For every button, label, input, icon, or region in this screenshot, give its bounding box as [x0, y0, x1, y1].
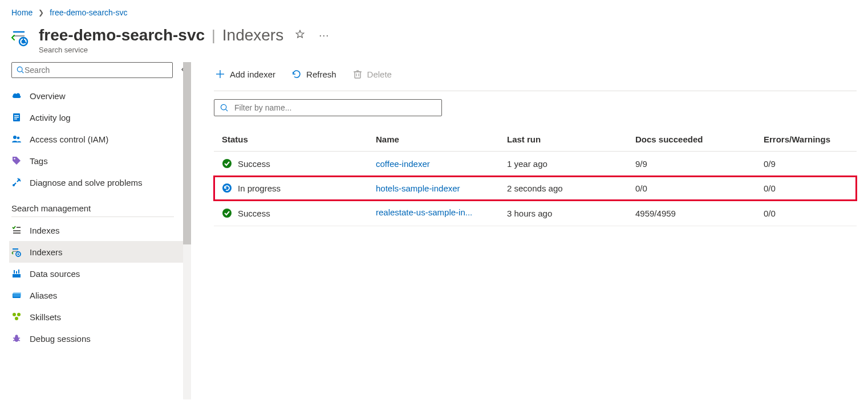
sidebar-item-overview[interactable]: Overview	[9, 85, 191, 107]
svg-marker-4	[296, 30, 304, 38]
breadcrumb-home[interactable]: Home	[11, 8, 33, 17]
in-progress-icon	[222, 183, 232, 193]
sidebar-item-label: Debug sessions	[30, 334, 91, 344]
svg-line-6	[22, 71, 23, 73]
sidebar-item-skillsets[interactable]: Skillsets	[9, 306, 191, 328]
sidebar-scrollbar[interactable]	[183, 62, 191, 399]
svg-point-48	[222, 209, 232, 218]
toolbar-label: Add indexer	[230, 70, 275, 79]
search-service-icon	[11, 28, 31, 48]
svg-point-11	[13, 136, 17, 139]
list-check-icon	[11, 225, 22, 235]
cloud-icon	[11, 91, 22, 101]
indexer-link[interactable]: hotels-sample-indexer	[376, 183, 460, 193]
last-run-text: 3 hours ago	[507, 209, 635, 218]
sidebar-item-label: Diagnose and solve problems	[30, 178, 143, 187]
sidebar: Overview Activity log Access control (IA…	[0, 62, 191, 399]
sidebar-item-label: Data sources	[30, 269, 80, 279]
main-content: Add indexer Refresh Delete Status Name	[191, 62, 868, 399]
sidebar-item-indexers[interactable]: Indexers	[9, 241, 191, 263]
sidebar-item-activity-log[interactable]: Activity log	[9, 107, 191, 128]
status-text: Success	[238, 159, 270, 169]
filter-box[interactable]	[214, 99, 442, 116]
sidebar-item-data-sources[interactable]: Data sources	[9, 263, 191, 284]
status-text: In progress	[238, 183, 281, 193]
sidebar-item-label: Activity log	[30, 113, 71, 123]
svg-line-34	[18, 338, 20, 338]
sidebar-section-title: Search management	[11, 193, 174, 217]
table-row[interactable]: Success coffee-indexer 1 year ago 9/9 0/…	[214, 152, 857, 176]
svg-point-44	[221, 104, 226, 109]
last-run-text: 1 year ago	[507, 159, 635, 169]
column-header-status[interactable]: Status	[222, 134, 376, 144]
docs-text: 9/9	[635, 159, 764, 169]
sidebar-nav: Overview Activity log Access control (IA…	[11, 85, 191, 193]
search-icon	[17, 66, 25, 74]
indexer-link[interactable]: realestate-us-sample-in...	[376, 207, 472, 217]
sidebar-search[interactable]	[11, 62, 173, 78]
sidebar-item-indexes[interactable]: Indexes	[9, 219, 191, 241]
svg-rect-23	[14, 270, 15, 274]
sidebar-item-debug-sessions[interactable]: Debug sessions	[9, 328, 191, 349]
indexer-icon	[11, 247, 22, 257]
more-button[interactable]: ···	[317, 30, 331, 40]
toolbar: Add indexer Refresh Delete	[214, 62, 857, 91]
success-icon	[222, 158, 232, 169]
filter-input[interactable]	[234, 103, 436, 112]
page-header: free-demo-search-svc | Indexers ··· Sear…	[0, 23, 868, 62]
errors-text: 0/9	[764, 159, 849, 169]
svg-line-35	[13, 340, 15, 341]
sidebar-item-label: Access control (IAM)	[30, 134, 108, 144]
errors-text: 0/0	[764, 209, 849, 218]
svg-point-5	[17, 67, 22, 72]
svg-point-28	[13, 313, 16, 316]
add-indexer-button[interactable]: Add indexer	[214, 67, 277, 81]
toolbar-label: Delete	[367, 70, 392, 79]
last-run-text: 2 seconds ago	[507, 183, 635, 193]
column-header-docs[interactable]: Docs succeeded	[635, 134, 764, 144]
indexer-link[interactable]: coffee-indexer	[376, 159, 430, 169]
sidebar-item-diagnose[interactable]: Diagnose and solve problems	[9, 172, 191, 193]
svg-rect-39	[355, 72, 360, 78]
table-row[interactable]: In progress hotels-sample-indexer 2 seco…	[214, 176, 857, 201]
search-icon	[220, 104, 229, 112]
skillset-icon	[11, 312, 22, 322]
svg-point-21	[18, 254, 19, 255]
page-title: free-demo-search-svc	[39, 26, 205, 44]
column-header-name[interactable]: Name	[376, 134, 507, 144]
svg-rect-10	[14, 119, 17, 120]
page-section: Indexers	[222, 26, 283, 44]
sidebar-item-tags[interactable]: Tags	[9, 150, 191, 172]
svg-point-14	[13, 184, 15, 186]
docs-text: 0/0	[635, 183, 764, 193]
svg-point-29	[17, 313, 21, 316]
breadcrumb-current[interactable]: free-demo-search-svc	[50, 8, 127, 17]
refresh-button[interactable]: Refresh	[290, 67, 338, 81]
toolbar-label: Refresh	[306, 70, 336, 79]
people-icon	[11, 134, 22, 144]
tools-icon	[11, 177, 22, 187]
bug-icon	[11, 333, 22, 344]
scrollbar-thumb[interactable]	[183, 62, 191, 244]
column-header-last-run[interactable]: Last run	[507, 134, 635, 144]
refresh-icon	[291, 69, 302, 79]
sidebar-item-label: Aliases	[30, 291, 57, 300]
svg-point-12	[17, 137, 20, 140]
favorite-button[interactable]	[293, 27, 307, 44]
svg-point-13	[14, 158, 15, 160]
sidebar-search-input[interactable]	[25, 66, 168, 75]
database-icon	[11, 268, 22, 279]
svg-line-33	[13, 338, 15, 338]
sidebar-item-access-control[interactable]: Access control (IAM)	[9, 128, 191, 150]
alias-icon	[11, 290, 22, 300]
svg-rect-22	[13, 274, 21, 277]
sidebar-nav-management: Indexes Indexers Data sources Aliases	[11, 219, 191, 349]
sidebar-item-aliases[interactable]: Aliases	[9, 284, 191, 306]
status-text: Success	[238, 209, 270, 218]
svg-rect-9	[14, 117, 19, 118]
indexers-table: Status Name Last run Docs succeeded Erro…	[214, 128, 857, 226]
table-row[interactable]: Success realestate-us-sample-in... 3 hou…	[214, 201, 857, 226]
breadcrumb: Home ❯ free-demo-search-svc	[0, 0, 868, 23]
column-header-errors[interactable]: Errors/Warnings	[764, 134, 849, 144]
errors-text: 0/0	[764, 183, 849, 193]
